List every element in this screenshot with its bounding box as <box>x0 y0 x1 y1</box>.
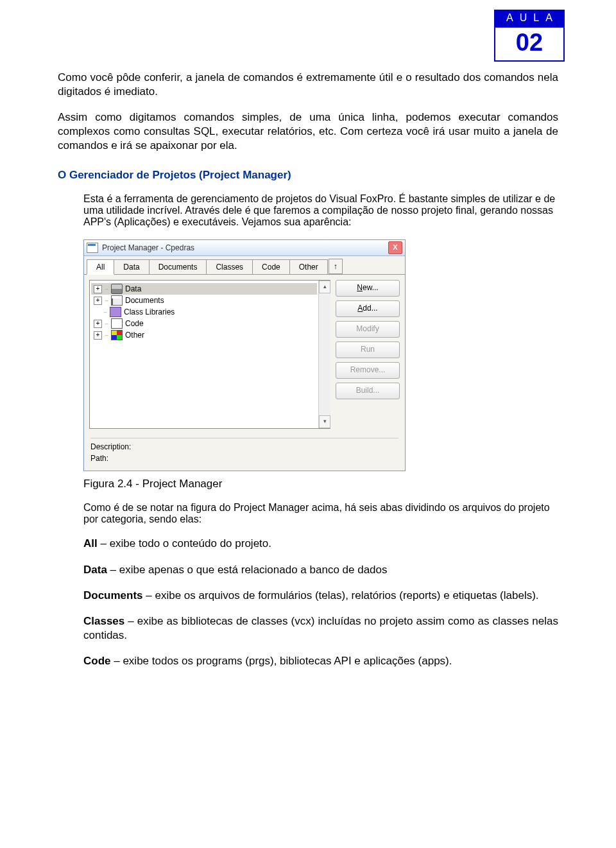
app-icon <box>87 243 98 253</box>
modify-button[interactable]: Modify <box>336 321 400 338</box>
remove-button[interactable]: Remove... <box>336 362 400 379</box>
tab-all[interactable]: All <box>87 259 114 275</box>
window-title: Project Manager - Cpedras <box>102 243 388 252</box>
tree-label: Data <box>125 283 141 295</box>
run-button[interactable]: Run <box>336 342 400 358</box>
tree-node-documents[interactable]: + ··· Documents <box>91 295 317 306</box>
expand-icon <box>94 309 101 316</box>
tree-node-class-libraries[interactable]: ··· Class Libraries <box>91 306 317 318</box>
expand-icon[interactable]: + <box>94 331 102 340</box>
close-icon[interactable]: X <box>388 241 402 254</box>
titlebar[interactable]: Project Manager - Cpedras X <box>84 240 405 256</box>
path-label: Path: <box>90 453 398 464</box>
tree-label: Code <box>125 318 144 329</box>
figure-caption: Figura 2.4 - Project Manager <box>83 478 558 490</box>
scrollbar[interactable]: ▴ ▾ <box>318 281 330 428</box>
scroll-down-icon[interactable]: ▾ <box>319 415 330 428</box>
tree-label: Documents <box>125 295 164 306</box>
after-figure-paragraph: Como é de se notar na figura do Project … <box>83 502 558 525</box>
description-label: Description: <box>90 441 398 453</box>
collapse-button[interactable]: ↑ <box>329 259 343 274</box>
tree-node-other[interactable]: + ··· Other <box>91 329 317 341</box>
intro-paragraph-2: Assim como digitamos comandos simples, d… <box>58 110 558 153</box>
data-icon <box>111 284 123 294</box>
lesson-badge: AULA 02 <box>494 10 565 62</box>
info-panel: Description: Path: <box>84 434 405 471</box>
section-description: Esta é a ferramenta de gerenciamento de … <box>83 193 558 228</box>
code-icon <box>111 318 123 329</box>
other-icon <box>111 330 123 340</box>
intro-paragraph-1: Como você pôde conferir, a janela de com… <box>58 71 558 99</box>
tree-label: Class Libraries <box>124 306 175 318</box>
tab-classes[interactable]: Classes <box>206 259 253 274</box>
tab-code[interactable]: Code <box>252 259 290 274</box>
new-button[interactable]: NNew...ew... <box>336 280 400 297</box>
tab-documents[interactable]: Documents <box>149 259 207 274</box>
definition-all: All – exibe todo o conteúdo do projeto. <box>83 537 558 551</box>
tree-node-data[interactable]: + ··· Data <box>91 283 317 295</box>
definition-documents: Documents – exibe os arquivos de formulá… <box>83 589 558 603</box>
tab-other[interactable]: Other <box>289 259 328 274</box>
definition-code: Code – exibe todos os programs (prgs), b… <box>83 654 558 668</box>
expand-icon[interactable]: + <box>94 297 102 305</box>
tree-view[interactable]: + ··· Data + ··· Documents <box>89 280 330 429</box>
definition-data: Data – exibe apenas o que está relaciona… <box>83 563 558 577</box>
build-button[interactable]: Build... <box>336 383 400 399</box>
tree-node-code[interactable]: + ··· Code <box>91 318 317 329</box>
expand-icon[interactable]: + <box>94 285 102 293</box>
definition-classes: Classes – exibe as bibliotecas de classe… <box>83 614 558 643</box>
documents-icon <box>111 295 123 306</box>
section-title: O Gerenciador de Projetos (Project Manag… <box>58 169 558 182</box>
aula-number: 02 <box>494 26 565 62</box>
project-manager-window: Project Manager - Cpedras X All Data Doc… <box>83 239 406 471</box>
tabs-bar: All Data Documents Classes Code Other ↑ <box>84 256 405 275</box>
project-manager-figure: Project Manager - Cpedras X All Data Doc… <box>83 239 558 471</box>
expand-icon[interactable]: + <box>94 320 102 328</box>
tree-label: Other <box>125 329 144 341</box>
add-button[interactable]: Add... <box>336 300 400 317</box>
aula-label: AULA <box>494 10 565 26</box>
scroll-up-icon[interactable]: ▴ <box>319 281 330 293</box>
tab-data[interactable]: Data <box>114 259 149 274</box>
class-libraries-icon <box>110 307 121 317</box>
